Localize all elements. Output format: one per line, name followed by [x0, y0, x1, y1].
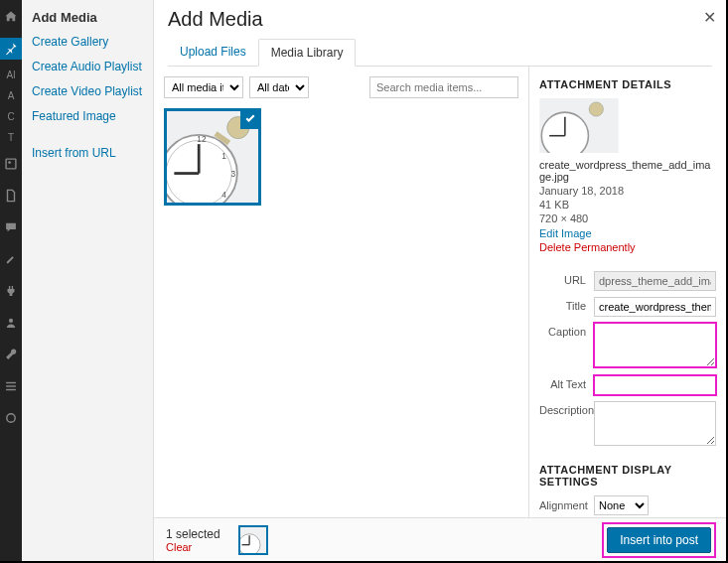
- svg-point-6: [7, 414, 15, 422]
- filter-type-select[interactable]: All media item: [164, 76, 243, 98]
- edit-image-link[interactable]: Edit Image: [539, 227, 716, 239]
- clear-selection-link[interactable]: Clear: [166, 541, 220, 553]
- modal-main: ✕ Add Media Upload Files Media Library A…: [154, 0, 726, 561]
- clock-image-mini: [240, 527, 266, 553]
- tab-upload-files[interactable]: Upload Files: [168, 39, 258, 66]
- list-icon: [4, 379, 18, 393]
- clock-image-small: [539, 98, 619, 153]
- adminbar-settings[interactable]: [0, 375, 22, 397]
- link-insert-from-url[interactable]: Insert from URL: [32, 146, 143, 160]
- svg-point-22: [589, 102, 603, 116]
- wp-admin-bar: Al A C T: [0, 0, 22, 561]
- svg-point-2: [9, 319, 13, 323]
- svg-text:1: 1: [221, 152, 226, 161]
- wrench-icon: [4, 348, 18, 361]
- media-modal: Add Media Create Gallery Create Audio Pl…: [22, 0, 726, 561]
- library-toolbar: All media item All dates: [154, 67, 528, 108]
- svg-text:3: 3: [230, 170, 235, 179]
- svg-rect-4: [6, 385, 16, 386]
- adminbar-media[interactable]: [0, 153, 22, 175]
- user-icon: [4, 316, 18, 330]
- label-alignment: Alignment: [539, 499, 594, 511]
- svg-rect-5: [6, 389, 16, 390]
- selected-count: 1 selected: [166, 527, 220, 541]
- content-row: All media item All dates 12134 ATTACHMEN…: [154, 67, 726, 517]
- adminbar-users[interactable]: [0, 312, 22, 334]
- attachment-filename: create_wordpress_theme_add_image.jpg: [539, 159, 716, 183]
- alt-text-input[interactable]: [594, 375, 716, 395]
- media-icon: [4, 157, 18, 171]
- adminbar-plugins[interactable]: [0, 280, 22, 302]
- link-create-video-playlist[interactable]: Create Video Playlist: [32, 84, 143, 98]
- plug-icon: [4, 284, 18, 298]
- modal-left-rail: Add Media Create Gallery Create Audio Pl…: [22, 0, 154, 561]
- modal-title: Add Media: [168, 8, 712, 31]
- delete-permanently-link[interactable]: Delete Permanently: [539, 241, 716, 253]
- svg-point-24: [240, 533, 260, 552]
- attachment-fields: URL Title Caption Alt Text: [539, 271, 716, 448]
- adminbar-text-2: A: [8, 90, 15, 101]
- insert-into-post-button[interactable]: Insert into post: [607, 527, 711, 553]
- comment-icon: [4, 220, 18, 234]
- title-input[interactable]: [594, 297, 716, 317]
- adminbar-posts[interactable]: [0, 38, 22, 60]
- home-icon: [4, 10, 18, 24]
- label-caption: Caption: [539, 323, 594, 338]
- link-create-gallery[interactable]: Create Gallery: [32, 35, 143, 49]
- attachment-date: January 18, 2018: [539, 185, 716, 197]
- attachment-dimensions: 720 × 480: [539, 212, 716, 224]
- label-alt: Alt Text: [539, 375, 594, 390]
- svg-point-1: [8, 161, 11, 164]
- thumbnail-grid: 12134: [154, 108, 528, 206]
- adminbar-appearance[interactable]: [0, 248, 22, 270]
- selection-thumbnail[interactable]: [238, 525, 268, 555]
- description-textarea[interactable]: [594, 401, 716, 446]
- media-library-pane: All media item All dates 12134: [154, 67, 529, 517]
- close-icon[interactable]: ✕: [703, 8, 716, 27]
- adminbar-text-1: Al: [7, 70, 16, 80]
- filter-date-select[interactable]: All dates: [249, 76, 309, 98]
- left-rail-heading: Add Media: [32, 10, 143, 25]
- brush-icon: [4, 252, 18, 266]
- adminbar-collapse[interactable]: [0, 407, 22, 429]
- check-icon: [240, 109, 260, 129]
- insert-button-highlight: Insert into post: [604, 524, 714, 556]
- label-url: URL: [539, 271, 594, 286]
- tab-media-library[interactable]: Media Library: [258, 39, 357, 67]
- label-description: Description: [539, 401, 594, 416]
- modal-footer: 1 selected Clear Insert into post: [154, 517, 726, 561]
- svg-text:12: 12: [197, 135, 207, 144]
- adminbar-pages[interactable]: [0, 185, 22, 207]
- adminbar-text-3: C: [7, 111, 14, 122]
- adminbar-comments[interactable]: [0, 216, 22, 238]
- display-settings-heading: ATTACHMENT DISPLAY SETTINGS: [539, 464, 716, 488]
- attachment-filesize: 41 KB: [539, 199, 716, 211]
- link-featured-image[interactable]: Featured Image: [32, 109, 143, 123]
- page-icon: [4, 189, 18, 203]
- svg-rect-0: [6, 159, 16, 169]
- attachment-preview: [539, 98, 619, 153]
- attachment-details-heading: ATTACHMENT DETAILS: [539, 78, 716, 90]
- modal-header: Add Media Upload Files Media Library: [154, 0, 726, 67]
- search-input[interactable]: [369, 76, 518, 98]
- attachment-details-pane: ATTACHMENT DETAILS create_wordpress_them…: [529, 67, 726, 517]
- media-thumbnail-selected[interactable]: 12134: [164, 108, 261, 206]
- pin-icon: [4, 42, 18, 56]
- adminbar-dashboard[interactable]: [0, 6, 22, 28]
- adminbar-text-4: T: [8, 132, 14, 143]
- label-title: Title: [539, 297, 594, 312]
- selection-info: 1 selected Clear: [166, 527, 220, 553]
- link-create-audio-playlist[interactable]: Create Audio Playlist: [32, 60, 143, 73]
- collapse-icon: [4, 411, 18, 425]
- alignment-select[interactable]: None: [594, 495, 649, 515]
- modal-tabs: Upload Files Media Library: [168, 39, 712, 67]
- adminbar-tools[interactable]: [0, 344, 22, 365]
- url-input[interactable]: [594, 271, 716, 291]
- svg-text:4: 4: [221, 191, 226, 200]
- caption-textarea[interactable]: [594, 323, 716, 367]
- svg-rect-3: [6, 382, 16, 383]
